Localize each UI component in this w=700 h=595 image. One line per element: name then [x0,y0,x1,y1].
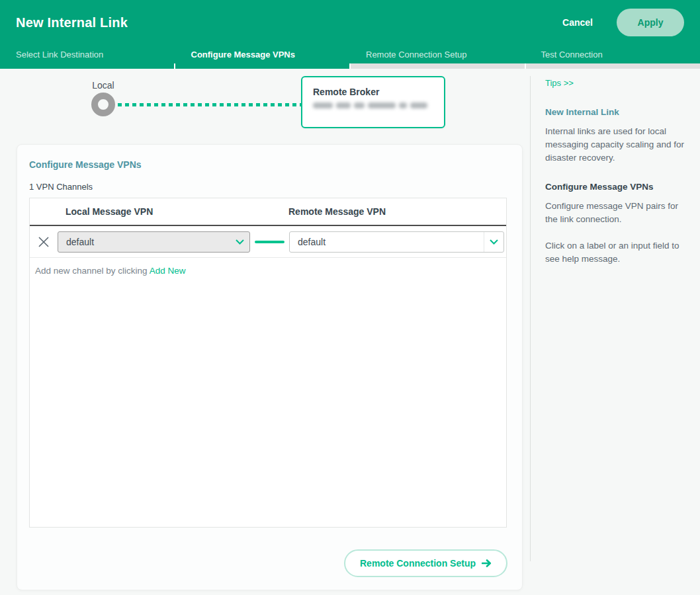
help-heading-configure-message-vpns: Configure Message VPNs [545,182,685,192]
vpn-channel-list: Local Message VPN Remote Message VPN def… [29,198,507,528]
local-vpn-value: default [58,237,230,247]
close-icon [38,236,50,248]
local-broker-icon [91,93,115,116]
progress-segment-3 [351,63,525,69]
local-broker-node: Local [79,80,127,116]
tab-remote-connection-setup[interactable]: Remote Connection Setup [350,45,525,63]
help-paragraph: Click on a label or an input field to se… [545,239,685,266]
remote-vpn-value: default [290,237,484,247]
remote-message-vpn-select[interactable]: default [289,231,504,253]
apply-button[interactable]: Apply [617,9,684,36]
new-internal-link-dialog: New Internal Link Cancel Apply Select Li… [0,0,700,595]
help-paragraph: Configure message VPN pairs for the link… [545,200,685,226]
remote-broker-address-redacted [313,102,433,108]
help-paragraph: Internal links are used for local messag… [545,125,685,165]
remote-broker-title: Remote Broker [313,87,433,97]
sidebar-divider [530,76,531,561]
wizard-progress-strip [0,63,700,69]
content-area: Local Remote Broker Configure Message VP… [0,69,700,595]
column-remote-message-vpn: Remote Message VPN [288,198,386,225]
progress-segment-2 [175,63,349,69]
delete-channel-button[interactable] [30,236,58,248]
vpn-channel-row: default default [30,226,506,258]
chevron-down-icon [230,232,249,252]
vpn-channel-count: 1 VPN Channels [29,182,93,192]
add-channel-hint: Add new channel by clicking Add New [30,258,506,284]
help-heading-new-internal-link: New Internal Link [545,107,685,117]
channel-pair-connector [250,241,289,243]
tab-configure-message-vpns[interactable]: Configure Message VPNs [175,45,351,63]
local-message-vpn-select[interactable]: default [58,231,250,253]
hint-text: Add new channel by clicking [35,266,148,276]
arrow-right-icon [482,559,492,567]
page-title: New Internal Link [16,15,128,30]
next-button-label: Remote Connection Setup [360,558,476,569]
header-actions: Cancel Apply [562,9,684,36]
local-broker-label: Local [79,80,127,91]
add-new-link[interactable]: Add New [150,266,186,276]
help-sidebar: Tips >> New Internal Link Internal links… [545,77,685,266]
panel-title: Configure Message VPNs [29,159,142,170]
remote-connection-setup-button[interactable]: Remote Connection Setup [344,549,507,577]
wizard-tabs: Select Link Destination Configure Messag… [0,45,700,63]
tips-link[interactable]: Tips >> [545,78,574,88]
link-dotted-connector [118,103,301,106]
progress-segment-4 [526,63,700,69]
tab-select-link-destination[interactable]: Select Link Destination [0,45,175,63]
cancel-button[interactable]: Cancel [562,17,593,28]
chevron-down-icon [484,232,503,252]
channel-table-header: Local Message VPN Remote Message VPN [30,198,506,226]
configure-message-vpns-panel: Configure Message VPNs 1 VPN Channels Lo… [17,144,523,590]
column-local-message-vpn: Local Message VPN [66,198,153,225]
connector-line [255,241,284,243]
remote-broker-card[interactable]: Remote Broker [301,76,445,128]
dialog-header: New Internal Link Cancel Apply [0,0,700,45]
progress-segment-1 [0,63,174,69]
tab-test-connection[interactable]: Test Connection [525,45,700,63]
